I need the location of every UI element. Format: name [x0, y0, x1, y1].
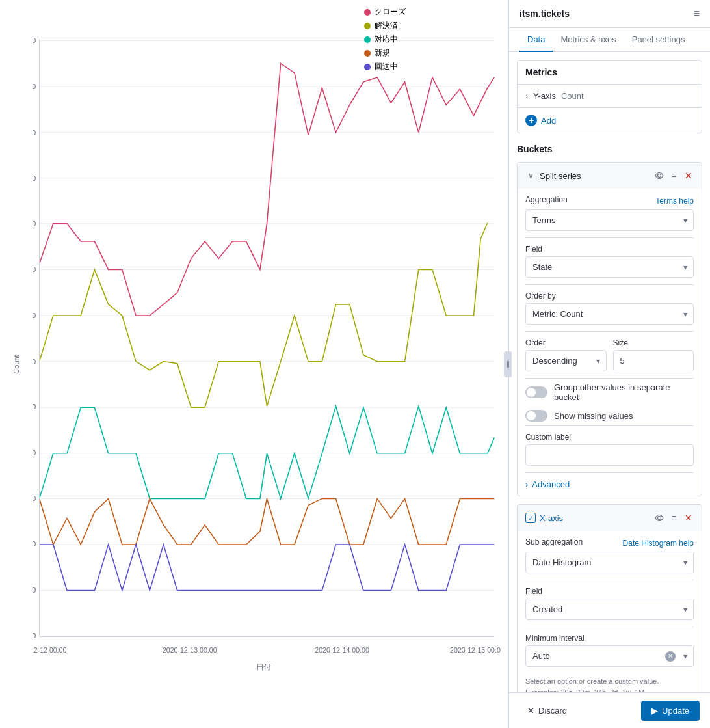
x-axis-header-left: ✓ X-axis [525, 513, 563, 523]
panel-title: itsm.tickets [519, 8, 570, 19]
x-axis-section: ✓ X-axis = ✕ Sub aggrega [517, 504, 702, 703]
show-missing-toggle-row: Show missing values [518, 406, 702, 425]
sub-aggregation-select[interactable]: Date Histogram [525, 552, 694, 573]
legend-dot-resolved [364, 23, 371, 29]
discard-button[interactable]: ✕ Discard [519, 701, 575, 721]
chart-area: クローズ 解決済 対応中 新規 回送中 Count [0, 0, 508, 728]
min-interval-group: Minimum interval Auto ✕ ▾ [518, 627, 702, 673]
update-label: Update [662, 706, 689, 716]
svg-text:2020-12-14 00:00: 2020-12-14 00:00 [315, 647, 369, 654]
aggregation-select-wrapper: Terms ▾ [525, 209, 694, 231]
svg-text:10: 10 [33, 586, 36, 594]
svg-text:20: 20 [33, 540, 36, 548]
update-play-icon: ▶ [651, 706, 658, 716]
svg-text:2020-12-13 00:00: 2020-12-13 00:00 [163, 647, 217, 654]
x-axis-field-select[interactable]: Created [525, 599, 694, 620]
legend-item-resolved: 解決済 [364, 20, 406, 31]
group-other-label: Group other values in separate bucket [554, 383, 694, 402]
split-series-eye-icon[interactable] [653, 170, 665, 182]
split-series-equals-icon[interactable]: = [670, 169, 678, 182]
aggregation-label-row: Aggregation Terms help [525, 195, 694, 207]
split-series-collapse-icon[interactable]: ∨ [525, 170, 536, 181]
split-series-section: ∨ Split series = ✕ Aggre [517, 162, 702, 496]
buckets-title: Buckets [517, 144, 552, 154]
metric-yaxis-value: Count [561, 91, 584, 101]
y-axis-label: Count [12, 355, 20, 373]
svg-text:110: 110 [33, 129, 36, 137]
legend-label-active: 対応中 [375, 34, 398, 45]
order-size-row: Order Descending ▾ Size [518, 332, 702, 378]
svg-text:0: 0 [33, 632, 36, 640]
update-button[interactable]: ▶ Update [641, 701, 700, 721]
show-missing-toggle[interactable] [525, 410, 547, 422]
split-series-header-left: ∨ Split series [525, 170, 581, 181]
chart-svg: 130 120 110 100 90 80 70 60 50 40 30 20 … [33, 7, 501, 695]
x-axis-field-select-wrapper: Created ▾ [525, 599, 694, 620]
svg-text:2020-12-12 00:00: 2020-12-12 00:00 [33, 647, 67, 654]
tab-data[interactable]: Data [519, 28, 553, 52]
svg-point-36 [657, 517, 661, 520]
custom-label-input[interactable] [525, 444, 694, 466]
legend-label-resolved: 解決済 [375, 20, 398, 31]
show-missing-toggle-knob [527, 411, 536, 420]
x-axis-close-icon[interactable]: ✕ [683, 511, 694, 524]
svg-text:100: 100 [33, 175, 36, 183]
aggregation-label: Aggregation [525, 195, 568, 204]
x-axis-check-icon[interactable]: ✓ [525, 513, 536, 523]
svg-text:日付: 日付 [256, 663, 271, 671]
x-axis-eye-icon[interactable] [653, 512, 665, 524]
legend-item-new: 新規 [364, 47, 406, 59]
group-other-toggle[interactable] [525, 386, 547, 398]
panel-resize-handle[interactable]: ‖ [504, 351, 512, 377]
terms-help-link[interactable]: Terms help [655, 196, 694, 206]
discard-label: Discard [538, 706, 567, 716]
add-circle-icon: + [525, 115, 537, 126]
svg-text:120: 120 [33, 83, 36, 90]
split-series-header: ∨ Split series = ✕ [518, 163, 702, 189]
legend-dot-new [364, 50, 371, 57]
panel-content: Metrics › Y-axis Count + Add Buckets ∨ S… [509, 52, 710, 728]
discard-x-icon: ✕ [527, 706, 534, 716]
panel-header: itsm.tickets ≡ [509, 0, 710, 28]
x-axis-actions: = ✕ [653, 511, 694, 524]
order-select[interactable]: Descending [525, 350, 607, 371]
svg-text:90: 90 [33, 220, 36, 228]
field-select-wrapper: State ▾ [525, 256, 694, 278]
split-series-actions: = ✕ [653, 169, 694, 182]
panel-menu-icon[interactable]: ≡ [694, 8, 700, 20]
group-other-toggle-knob [527, 388, 536, 397]
svg-text:130: 130 [33, 37, 36, 45]
aggregation-select[interactable]: Terms [525, 209, 694, 231]
order-by-label: Order by [525, 291, 694, 301]
order-by-select[interactable]: Metric: Count [525, 303, 694, 325]
min-interval-clear-button[interactable]: ✕ [665, 651, 676, 662]
order-label: Order [525, 338, 607, 347]
x-axis-equals-icon[interactable]: = [670, 511, 678, 524]
aggregation-group: Aggregation Terms help Terms ▾ [518, 189, 702, 237]
size-input[interactable] [613, 350, 694, 371]
svg-text:60: 60 [33, 358, 36, 366]
svg-text:30: 30 [33, 495, 36, 503]
split-series-close-icon[interactable]: ✕ [683, 169, 694, 182]
field-select[interactable]: State [525, 256, 694, 278]
legend-dot-active [364, 36, 371, 43]
advanced-row[interactable]: › Advanced [518, 473, 702, 496]
sub-aggregation-group: Sub aggregation Date Histogram help Date… [518, 531, 702, 580]
metric-row-yaxis[interactable]: › Y-axis Count [518, 85, 702, 107]
order-by-group: Order by Metric: Count ▾ [518, 285, 702, 331]
svg-point-35 [657, 174, 661, 178]
field-group: Field State ▾ [518, 238, 702, 284]
x-axis-field-group: Field Created ▾ [518, 580, 702, 627]
chart-legend: クローズ 解決済 対応中 新規 回送中 [364, 7, 406, 72]
order-by-select-wrapper: Metric: Count ▾ [525, 303, 694, 325]
min-interval-select-wrapper: Auto ✕ ▾ [525, 645, 694, 667]
tab-metrics-axes[interactable]: Metrics & axes [553, 28, 624, 52]
sub-aggregation-label: Sub aggregation [525, 537, 583, 546]
date-histogram-help-link[interactable]: Date Histogram help [623, 539, 694, 548]
legend-dot-close [364, 9, 371, 16]
min-interval-label: Minimum interval [525, 634, 694, 643]
add-metric-label: Add [541, 116, 556, 126]
tab-panel-settings[interactable]: Panel settings [624, 28, 693, 52]
add-metric-button[interactable]: + Add [518, 107, 702, 133]
order-select-wrapper: Descending ▾ [525, 350, 607, 371]
